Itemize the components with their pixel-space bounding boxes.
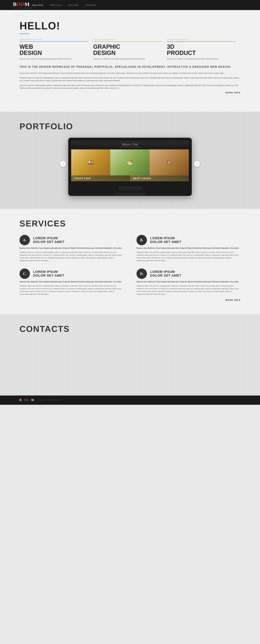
service-item-d: D. LOREM IPSUMDOLOR SET AMET Nasceus mus… (136, 268, 240, 296)
service-bold-d: Nasceus mus. Nulla dui. Fusce feugiat ma… (136, 280, 240, 283)
monitor-base (114, 193, 146, 196)
monitor-tagline: The fine arts of cooking (74, 146, 186, 148)
services-title: SERVICES (20, 218, 240, 228)
hero-body1: Nasceus mus. Nulla dui. Fusce feugiat ma… (20, 72, 240, 74)
service-body-b: Vestibulum libero nisl, porta vel, scele… (136, 251, 240, 262)
footer-links: DESIGN PRIVACY POLICY (38, 399, 62, 401)
service-border-web (20, 42, 88, 42)
contacts-section: CONTACTS (0, 314, 260, 396)
logo-m: M (25, 1, 30, 7)
nav-item-main[interactable]: MAIN PAGE (32, 4, 43, 6)
contacts-title: CONTACTS (20, 324, 240, 334)
food-decor-2: 🍜 (110, 150, 149, 176)
service-header-b: B. LOREM IPSUMDOLOR SET AMET (136, 235, 240, 245)
service-title-b: LOREM IPSUMDOLOR SET AMET (150, 236, 181, 244)
showcase-text: THIS IS THE DESIGN SHOWCASE OF PERSONAL … (20, 65, 240, 69)
monitor-brand: Master Chef (74, 142, 186, 146)
carousel-left-arrow[interactable]: ‹ (60, 161, 66, 167)
navbar: B OO M DESIGN STUDIO MAIN PAGE PORTFOLIO… (0, 0, 260, 10)
service-text-web: Nasceus mus. Nulla dui. Fusceugiat males… (20, 58, 88, 60)
nav-item-contacts[interactable]: CONTACTS (85, 4, 96, 6)
services-grid: A. LOREM IPSUMDOLOR SET AMET Nasceus mus… (20, 235, 240, 296)
service-item-b: B. LOREM IPSUMDOLOR SET AMET Nasceus mus… (136, 235, 240, 262)
nav-link-main[interactable]: MAIN PAGE (32, 4, 43, 6)
services-more-info[interactable]: MORE INFO (20, 299, 240, 301)
service-item-c: C. LOREM IPSUMDOLOR SET AMET Nasceus mus… (20, 268, 124, 296)
service-body-a: Vestibulum libero nisl, porta vel, scele… (20, 251, 124, 262)
nav-link-contacts[interactable]: CONTACTS (85, 4, 96, 6)
food-item-3: 🥘 (150, 150, 189, 176)
food-item-2: 🍜 (110, 150, 149, 176)
service-header-a: A. LOREM IPSUMDOLOR SET AMET (20, 235, 124, 245)
service-text-graphic: Nasceus mus. Nulla dui. Fusceugiat males… (93, 58, 162, 60)
service-border-3d (167, 42, 236, 42)
footer-logo-oo: OO (24, 398, 29, 402)
service-bold-c: Nasceus mus. Nulla dui. Fusce feugiat ma… (20, 280, 124, 283)
services-section: SERVICES A. LOREM IPSUMDOLOR SET AMET Na… (0, 209, 260, 314)
footer-link-privacy[interactable]: PRIVACY POLICY (47, 399, 62, 401)
food-decor-3: 🥘 (150, 150, 189, 176)
service-title-c: LOREM IPSUMDOLOR SET AMET (33, 270, 64, 278)
logo-oo: OO (17, 1, 25, 7)
banner-item-1: TASTY FISH (71, 176, 130, 181)
nav-item-services[interactable]: SERVICES (68, 4, 79, 6)
hero-more-info[interactable]: MORE INFO (20, 92, 240, 94)
monitor-food-grid: 🍱 🍜 🥘 (71, 150, 189, 176)
portfolio-monitor-wrapper: ‹ Master Chef The fine arts of cooking 🍱… (68, 138, 192, 196)
carousel-right-arrow[interactable]: › (194, 161, 200, 167)
hero-showcase: THIS IS THE DESIGN SHOWCASE OF PERSONAL … (20, 65, 240, 94)
banner-text-2: BEST CAKES (133, 177, 186, 180)
service-body-d: Vestibulum libero nisl, porta vel, scele… (136, 284, 240, 296)
portfolio-section: PORTFOLIO ‹ Master Chef The fine arts of… (0, 112, 260, 209)
monitor-banner: TASTY FISH BEST CAKES (71, 176, 189, 181)
service-label-graphic: LOREM IPSUM DOLOR SET (93, 39, 162, 40)
service-border-graphic (93, 42, 162, 42)
hero-body2: Vestibulum libero nisl, porta vel, scele… (20, 76, 240, 82)
hero-title: HELLO! (20, 20, 240, 32)
portfolio-title: PORTFOLIO (20, 122, 240, 131)
monitor-screen: Master Chef The fine arts of cooking 🍱 🍜… (71, 141, 189, 186)
service-heading-web: WEBDESIGN (20, 44, 88, 56)
service-title-a: LOREM IPSUMDOLOR SET AMET (33, 236, 64, 244)
banner-item-2: BEST CAKES (130, 176, 189, 181)
service-title-d: LOREM IPSUMDOLOR SET AMET (150, 270, 181, 278)
logo-b: B (13, 1, 17, 7)
nav-link-portfolio[interactable]: PORTFOLIO (50, 4, 62, 6)
food-decor-1: 🍱 (71, 150, 110, 176)
hero-service-web: LOREM IPSUM DOLOR SET WEBDESIGN Nasceus … (20, 39, 93, 60)
footer: B OO M DESIGN PRIVACY POLICY (0, 396, 260, 405)
nav-item-portfolio[interactable]: PORTFOLIO (50, 4, 62, 6)
monitor-stand (119, 186, 141, 193)
service-bold-b: Nasceus mus. Nulla dui. Fusce feugiat ma… (136, 247, 240, 249)
monitor-apple-logo:  (71, 181, 189, 186)
footer-logo-m: M (31, 398, 34, 402)
service-circle-c: C. (20, 268, 30, 279)
service-item-a: A. LOREM IPSUMDOLOR SET AMET Nasceus mus… (20, 235, 124, 262)
hero-section: HELLO! LOREM IPSUM DOLOR SET WEBDESIGN N… (0, 10, 260, 112)
service-heading-graphic: GRAPHICDESIGN (93, 44, 162, 56)
service-text-3d: Nasceus mus. Nulla dui. Fusceugiat males… (167, 58, 236, 60)
hero-service-graphic: LOREM IPSUM DOLOR SET GRAPHICDESIGN Nasc… (93, 39, 167, 60)
service-label-3d: LOREM IPSUM DOLOR SET (167, 39, 236, 40)
service-heading-3d: 3DPRODUCT (167, 44, 236, 56)
service-header-c: C. LOREM IPSUMDOLOR SET AMET (20, 268, 124, 279)
banner-text-1: TASTY FISH (74, 177, 127, 180)
monitor-header: Master Chef The fine arts of cooking (71, 141, 189, 150)
footer-logo-b: B (20, 398, 22, 402)
service-circle-d: D. (136, 268, 147, 279)
service-body-c: Vestibulum libero nisl, porta vel, scele… (20, 284, 124, 296)
food-item-1: 🍱 (71, 150, 110, 176)
footer-link-design[interactable]: DESIGN (39, 399, 46, 401)
nav-menu: MAIN PAGE PORTFOLIO SERVICES CONTACTS (32, 4, 96, 6)
monitor: Master Chef The fine arts of cooking 🍱 🍜… (68, 138, 192, 196)
service-circle-a: A. (20, 235, 30, 245)
hero-underline (20, 34, 29, 34)
service-header-d: D. LOREM IPSUMDOLOR SET AMET (136, 268, 240, 279)
service-label-web: LOREM IPSUM DOLOR SET (20, 39, 88, 40)
hero-service-3d: LOREM IPSUM DOLOR SET 3DPRODUCT Nasceus … (167, 39, 240, 60)
logo: B OO M DESIGN STUDIO (13, 1, 32, 9)
nav-link-services[interactable]: SERVICES (68, 4, 79, 6)
service-circle-b: B. (136, 235, 147, 245)
logo-sub: DESIGN STUDIO (14, 7, 32, 9)
hero-body3: Libero nisl, porta vel, scelerisqueget, … (20, 84, 240, 90)
